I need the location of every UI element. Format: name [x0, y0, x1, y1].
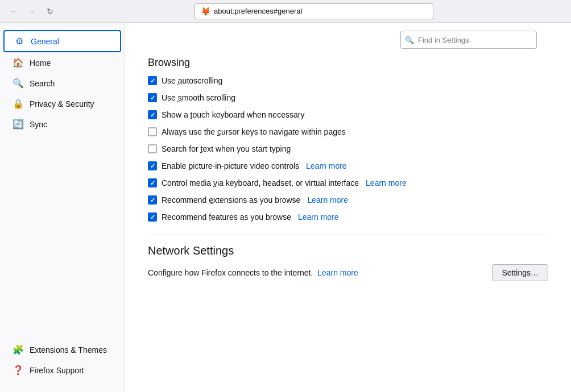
- rec-features-label[interactable]: Recommend features as you browse: [148, 212, 291, 222]
- nav-buttons: ← → ↻: [6, 3, 58, 19]
- cursor-label[interactable]: Always use the cursor keys to navigate w…: [148, 127, 346, 136]
- smooth-label[interactable]: Use smooth scrolling: [148, 93, 235, 102]
- search-icon: 🔍: [13, 78, 24, 89]
- sync-icon: 🔄: [13, 119, 24, 130]
- touch-checkbox[interactable]: [148, 110, 157, 119]
- rec-extensions-label[interactable]: Recommend extensions as you browse: [148, 195, 300, 205]
- smooth-text: Use smooth scrolling: [162, 93, 235, 102]
- app-body: ⚙ General 🏠 Home 🔍 Search 🔒 Privacy & Se…: [0, 23, 571, 392]
- sidebar-item-extensions[interactable]: 🧩 Extensions & Themes: [3, 340, 121, 360]
- network-row: Configure how Firefox connects to the in…: [148, 264, 548, 281]
- rec-extensions-checkbox[interactable]: [148, 195, 157, 205]
- sidebar-item-label: Extensions & Themes: [30, 345, 107, 355]
- sidebar-item-home[interactable]: 🏠 Home: [3, 53, 121, 73]
- rec-features-checkbox[interactable]: [148, 212, 157, 222]
- section-divider: [148, 235, 548, 235]
- sidebar-top: ⚙ General 🏠 Home 🔍 Search 🔒 Privacy & Se…: [0, 30, 125, 339]
- option-row-text-search: Search for text when you start typing: [148, 140, 548, 157]
- option-row-rec-extensions: Recommend extensions as you browse Learn…: [148, 191, 548, 208]
- find-settings-input[interactable]: [400, 31, 537, 49]
- text-search-checkbox[interactable]: [148, 144, 157, 153]
- cursor-text: Always use the cursor keys to navigate w…: [162, 127, 346, 136]
- autoscrolling-label[interactable]: Use autoscrolling: [148, 76, 222, 85]
- media-text: Control media via keyboard, headset, or …: [162, 178, 359, 187]
- sidebar-item-label: General: [31, 37, 59, 46]
- rec-features-text: Recommend features as you browse: [162, 212, 291, 222]
- rec-extensions-text: Recommend extensions as you browse: [162, 195, 300, 205]
- network-desc-text: Configure how Firefox connects to the in…: [148, 268, 313, 277]
- option-row-pip: Enable picture-in-picture video controls…: [148, 157, 548, 174]
- sidebar-item-support[interactable]: ❓ Firefox Support: [3, 360, 121, 380]
- network-learn-more[interactable]: Learn more: [317, 268, 358, 277]
- rec-features-learn-more[interactable]: Learn more: [298, 212, 339, 222]
- network-settings-button[interactable]: Settings…: [492, 264, 548, 281]
- sidebar-item-label: Privacy & Security: [30, 99, 94, 109]
- back-button[interactable]: ←: [6, 3, 22, 19]
- sidebar-item-sync[interactable]: 🔄 Sync: [3, 114, 121, 134]
- media-checkbox[interactable]: [148, 178, 157, 187]
- home-icon: 🏠: [13, 57, 24, 68]
- forward-button[interactable]: →: [24, 3, 40, 19]
- sidebar-item-label: Home: [30, 59, 51, 68]
- text-search-label[interactable]: Search for text when you start typing: [148, 144, 291, 153]
- smooth-checkbox[interactable]: [148, 93, 157, 102]
- autoscrolling-text: Use autoscrolling: [162, 76, 222, 85]
- sidebar-item-general[interactable]: ⚙ General: [3, 30, 121, 52]
- touch-label[interactable]: Show a touch keyboard when necessary: [148, 110, 304, 119]
- media-label[interactable]: Control media via keyboard, headset, or …: [148, 178, 359, 187]
- browser-chrome: ← → ↻ 🦊 about:preferences#general: [0, 0, 571, 23]
- find-wrap-inner: 🔍: [400, 31, 537, 49]
- cursor-checkbox[interactable]: [148, 127, 157, 136]
- lock-icon: 🔒: [13, 98, 24, 109]
- address-bar-wrap: 🦊 about:preferences#general: [63, 3, 565, 19]
- touch-text: Show a touch keyboard when necessary: [162, 110, 304, 119]
- media-learn-more[interactable]: Learn more: [366, 178, 407, 187]
- browsing-section-label: Browsing: [148, 52, 548, 72]
- network-description: Configure how Firefox connects to the in…: [148, 268, 358, 277]
- gear-icon: ⚙: [14, 36, 25, 47]
- extensions-icon: 🧩: [13, 344, 24, 355]
- option-row-touch: Show a touch keyboard when necessary: [148, 106, 548, 123]
- option-row-smooth: Use smooth scrolling: [148, 89, 548, 106]
- sidebar-item-label: Firefox Support: [30, 366, 84, 375]
- sidebar-item-privacy[interactable]: 🔒 Privacy & Security: [3, 94, 121, 114]
- option-row-rec-features: Recommend features as you browse Learn m…: [148, 208, 548, 226]
- sidebar-bottom: 🧩 Extensions & Themes ❓ Firefox Support: [0, 339, 125, 385]
- address-bar[interactable]: 🦊 about:preferences#general: [195, 3, 433, 19]
- autoscrolling-checkbox[interactable]: [148, 76, 157, 85]
- sidebar-item-label: Sync: [30, 120, 47, 129]
- address-text: about:preferences#general: [214, 7, 302, 15]
- help-icon: ❓: [13, 365, 24, 376]
- pip-learn-more[interactable]: Learn more: [306, 161, 347, 170]
- options-list: Use autoscrolling Use smooth scrolling S…: [148, 72, 548, 226]
- content-area: 🔍 Browsing Use autoscrolling Use smooth …: [125, 23, 571, 392]
- option-row-media: Control media via keyboard, headset, or …: [148, 174, 548, 191]
- option-row-cursor: Always use the cursor keys to navigate w…: [148, 123, 548, 140]
- option-row-autoscrolling: Use autoscrolling: [148, 72, 548, 89]
- find-settings-wrap: 🔍: [148, 23, 548, 52]
- pip-label[interactable]: Enable picture-in-picture video controls: [148, 161, 299, 170]
- firefox-logo-icon: 🦊: [201, 7, 210, 16]
- pip-checkbox[interactable]: [148, 161, 157, 170]
- sidebar-item-search[interactable]: 🔍 Search: [3, 73, 121, 93]
- network-title: Network Settings: [148, 244, 548, 257]
- sidebar: ⚙ General 🏠 Home 🔍 Search 🔒 Privacy & Se…: [0, 23, 125, 392]
- rec-extensions-learn-more[interactable]: Learn more: [307, 195, 348, 205]
- sidebar-item-label: Search: [30, 79, 55, 88]
- reload-button[interactable]: ↻: [42, 3, 58, 19]
- pip-text: Enable picture-in-picture video controls: [162, 161, 299, 170]
- network-section: Network Settings Configure how Firefox c…: [148, 244, 548, 281]
- text-search-text: Search for text when you start typing: [162, 144, 291, 153]
